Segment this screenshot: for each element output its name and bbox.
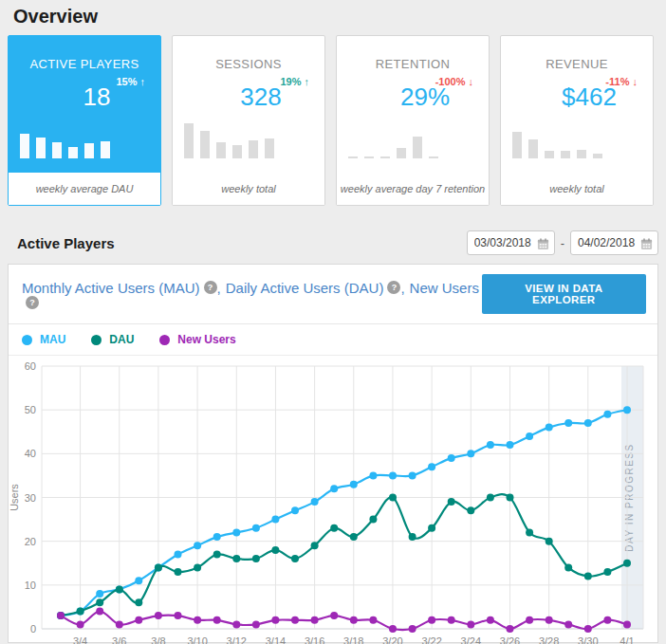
data-point (271, 516, 279, 524)
data-point (507, 494, 514, 502)
card-top: SESSIONS 19% ↑ 328 (173, 36, 324, 173)
panel-header: Monthly Active Users (MAU) ? , Daily Act… (9, 265, 657, 324)
date-range: - (467, 230, 658, 255)
data-point (213, 533, 221, 541)
data-point (603, 411, 611, 418)
mini-bar (20, 134, 29, 158)
mini-bar (397, 148, 406, 158)
legend-item-mau[interactable]: MAU (22, 333, 65, 346)
page: Overview ACTIVE PLAYERS 15% ↑ 18 weekly … (0, 0, 666, 643)
data-point (584, 419, 592, 427)
data-point (350, 481, 358, 488)
calendar-icon[interactable] (537, 237, 549, 249)
data-point (232, 620, 240, 628)
stat-card-retention[interactable]: RETENTION -100% ↓ 29% weekly average day… (336, 35, 490, 206)
data-point (175, 551, 182, 559)
card-value: 18 (9, 83, 160, 110)
data-point (311, 616, 319, 624)
card-title: SESSIONS (173, 57, 324, 71)
data-point (584, 625, 592, 633)
title-separator: , (217, 280, 221, 296)
y-tick-label: 20 (25, 536, 36, 547)
data-point (96, 590, 103, 598)
data-point (232, 528, 240, 536)
help-icon[interactable]: ? (387, 281, 400, 294)
data-point (369, 471, 377, 479)
data-point (526, 432, 533, 440)
data-point (623, 620, 631, 628)
data-point (448, 454, 455, 462)
card-caption: weekly total (173, 173, 324, 205)
data-point (330, 524, 338, 532)
data-point (389, 625, 397, 633)
data-point (564, 620, 572, 628)
data-point (291, 616, 299, 624)
date-start-input[interactable] (474, 236, 537, 249)
mini-bar (512, 132, 522, 158)
page-title: Overview (13, 6, 658, 28)
mini-bar (429, 156, 438, 158)
help-icon[interactable]: ? (26, 296, 39, 309)
data-point (448, 616, 455, 624)
data-point (428, 524, 435, 532)
x-tick-label: 3/16 (305, 635, 324, 644)
chart-title-dau: Daily Active Users (DAU) (226, 280, 384, 296)
card-caption: weekly total (501, 173, 653, 205)
x-tick-label: 4/1 (620, 635, 634, 644)
date-end-picker[interactable] (570, 230, 658, 255)
stat-card-revenue[interactable]: REVENUE -11% ↓ $462 weekly total (500, 35, 654, 206)
data-point (311, 542, 319, 549)
x-tick-label: 3/20 (382, 635, 402, 644)
x-tick-label: 3/10 (187, 635, 207, 644)
x-tick-label: 3/28 (539, 635, 559, 644)
line-chart: DAY IN PROGRESS01020304050603/43/63/83/1… (9, 356, 657, 644)
data-point (487, 494, 494, 502)
mini-bar (216, 142, 226, 158)
stat-card-active-players[interactable]: ACTIVE PLAYERS 15% ↑ 18 weekly average D… (8, 35, 161, 206)
date-start-picker[interactable] (467, 230, 555, 255)
data-point (252, 555, 260, 562)
mini-bar (593, 154, 602, 158)
data-point (252, 524, 260, 532)
view-in-data-explorer-button[interactable]: VIEW IN DATA EXPLORER (482, 274, 646, 314)
help-icon[interactable]: ? (204, 281, 217, 294)
y-tick-label: 10 (25, 580, 36, 591)
title-separator: , (400, 280, 404, 296)
data-point (546, 616, 553, 624)
data-point (291, 506, 299, 514)
y-tick-label: 40 (25, 448, 36, 459)
data-point (369, 516, 377, 524)
legend-item-new-users[interactable]: New Users (159, 333, 235, 346)
data-point (467, 620, 474, 628)
chart-title: Monthly Active Users (MAU) ? , Daily Act… (22, 280, 482, 309)
data-point (564, 419, 572, 427)
y-tick-label: 0 (30, 623, 36, 635)
chart-svg: DAY IN PROGRESS01020304050603/43/63/83/1… (9, 356, 657, 644)
mini-bar (528, 139, 538, 158)
stat-cards-row: ACTIVE PLAYERS 15% ↑ 18 weekly average D… (8, 35, 658, 206)
mini-bar (68, 147, 78, 158)
stat-card-sessions[interactable]: SESSIONS 19% ↑ 328 weekly total (172, 35, 325, 206)
data-point (467, 506, 474, 514)
legend-dot (159, 335, 170, 345)
data-point (409, 625, 416, 633)
mini-bar (265, 138, 274, 158)
data-point (389, 494, 397, 502)
series-line-new-users (61, 612, 627, 631)
data-point (623, 406, 631, 414)
x-tick-label: 3/24 (461, 635, 481, 644)
data-point (77, 608, 84, 616)
x-tick-label: 3/26 (500, 635, 520, 644)
date-end-input[interactable] (578, 236, 640, 249)
mini-bar (545, 151, 554, 158)
data-point (428, 463, 435, 470)
mini-bar (413, 137, 422, 158)
data-point (409, 533, 416, 541)
data-point (135, 598, 142, 606)
calendar-icon[interactable] (640, 237, 653, 249)
data-point (350, 533, 358, 541)
x-tick-label: 3/4 (73, 635, 87, 644)
card-title: REVENUE (501, 57, 653, 71)
mini-bar (380, 156, 390, 158)
legend-item-dau[interactable]: DAU (91, 333, 134, 346)
